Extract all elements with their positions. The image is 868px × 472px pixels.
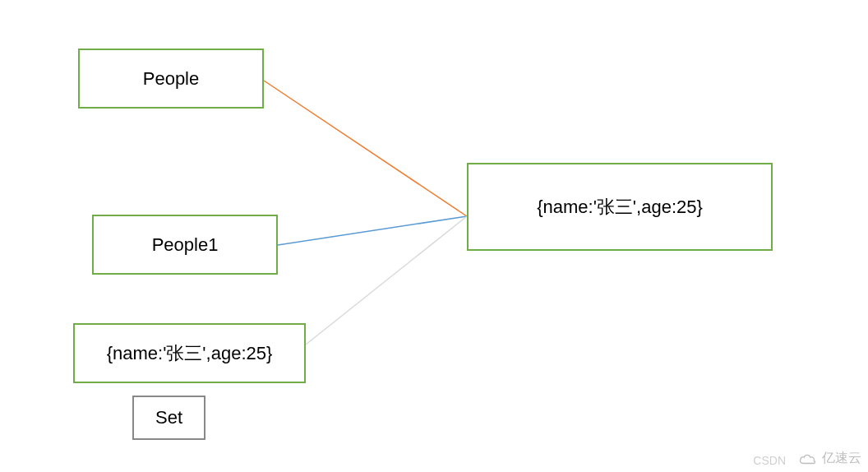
box-object-left-label: {name:'张三',age:25} xyxy=(107,341,273,366)
watermark-yisuyun: 亿速云 xyxy=(799,450,861,467)
box-people1: People1 xyxy=(92,215,278,275)
connector-people1-to-object xyxy=(278,216,467,245)
box-set-label: Set xyxy=(155,407,182,428)
box-object-right: {name:'张三',age:25} xyxy=(467,163,773,251)
connector-people-to-object xyxy=(264,81,467,216)
box-set: Set xyxy=(132,396,205,440)
watermark-csdn: CSDN xyxy=(753,454,786,467)
box-people: People xyxy=(78,49,264,109)
connector-objectleft-to-object xyxy=(306,216,467,345)
cloud-icon xyxy=(799,452,817,465)
box-object-right-label: {name:'张三',age:25} xyxy=(537,195,703,220)
box-object-left: {name:'张三',age:25} xyxy=(73,323,306,383)
box-people1-label: People1 xyxy=(152,234,219,256)
box-people-label: People xyxy=(143,68,200,90)
